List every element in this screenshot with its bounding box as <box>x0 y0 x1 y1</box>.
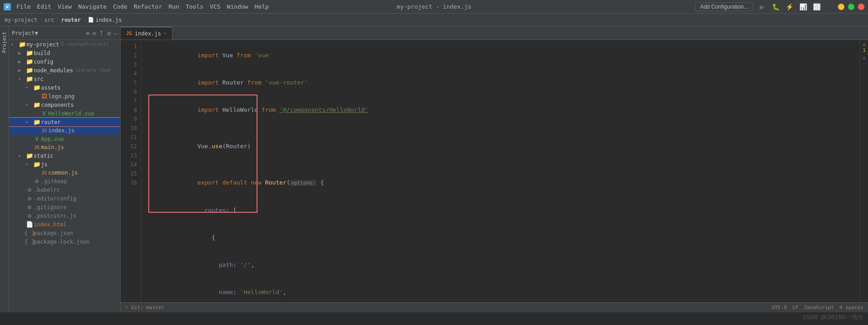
code-text: routes: [ <box>155 197 237 224</box>
code-editor[interactable]: 1 2 3 4 5 6 7 8 9 10 11 12 13 14 15 16 <box>121 40 868 302</box>
tab-close-button[interactable]: × <box>164 31 167 36</box>
arrow-icon: ▾ <box>25 162 33 167</box>
breadcrumb-file[interactable]: index.js <box>96 17 122 23</box>
debug-button[interactable]: 🐛 <box>771 2 781 12</box>
code-line-4 <box>146 124 860 133</box>
tree-node-postcssrc[interactable]: ▶ ⚙ .postcssrc.js <box>9 211 120 220</box>
tree-node-logo[interactable]: ▶ 🖼 logo.png <box>9 92 120 100</box>
menu-edit[interactable]: Edit <box>37 3 51 10</box>
node-label: index.html <box>34 221 66 228</box>
node-label: HelloWorld.vue <box>48 110 94 117</box>
code-text: import Vue from 'vue' <box>155 42 272 69</box>
code-line-9: { <box>146 224 860 251</box>
tree-node-packagelockjson[interactable]: ▶ { } package-lock.json <box>9 237 120 246</box>
tree-toolbar: Project▼ ⊕ ≡ ⤒ ⚙ — <box>9 26 120 40</box>
breadcrumb-project[interactable]: my-project <box>5 17 37 23</box>
node-label: assets <box>41 85 61 91</box>
arrow-icon: ▾ <box>18 76 25 81</box>
node-label: App.vue <box>41 136 64 142</box>
tree-node-gitkeep[interactable]: ▶ ⚙ .gitkeep <box>9 177 120 185</box>
warning-icon: ⚠ <box>863 41 866 47</box>
menu-tools[interactable]: Tools <box>186 3 203 10</box>
arrow-icon: ▾ <box>11 42 18 47</box>
code-content[interactable]: import Vue from 'vue' import Router from… <box>141 40 860 302</box>
tree-node-packagejson[interactable]: ▶ { } package.json <box>9 229 120 237</box>
title-bar-left: W File Edit View Navigate Code Refactor … <box>4 3 269 10</box>
menu-vcs[interactable]: VCS <box>210 3 220 10</box>
node-label: .gitkeep <box>41 178 67 185</box>
scroll-icon[interactable]: ⤒ <box>99 30 104 37</box>
tree-node-node-modules[interactable]: ▶ 📁 node_modules library root <box>9 66 120 75</box>
node-label: components <box>41 102 74 108</box>
fold-button[interactable]: ▾ <box>147 169 155 178</box>
tree-node-commonjs[interactable]: ▶ JS common.js <box>9 169 120 177</box>
tab-label: index.js <box>135 30 161 37</box>
code-text <box>155 124 158 133</box>
layout-button[interactable]: ⬜ <box>812 2 822 12</box>
tree-node-src[interactable]: ▾ 📁 src <box>9 75 120 83</box>
arrow-icon: ▶ <box>18 50 25 55</box>
menu-code[interactable]: Code <box>113 3 127 10</box>
window-controls: Add Configuration... ▶ 🐛 ⚡ 📊 ⬜ <box>695 2 864 12</box>
menu-run[interactable]: Run <box>169 3 179 10</box>
breadcrumb: my-project › src › router › 📄 index.js <box>0 14 868 26</box>
breadcrumb-router[interactable]: router <box>61 17 81 23</box>
tree-node-babelrc[interactable]: ▶ ⚙ .babelrc <box>9 185 120 194</box>
close-tree-icon[interactable]: — <box>114 30 117 37</box>
tree-node-gitignore[interactable]: ▶ ⚙ .gitignore <box>9 203 120 211</box>
arrow-icon: ▶ <box>18 68 25 73</box>
run-button[interactable]: ▶ <box>757 2 767 12</box>
tree-node-mainjs[interactable]: ▶ JS main.js <box>9 143 120 151</box>
node-label: common.js <box>48 170 78 176</box>
folder-icon: 📁 <box>33 84 41 91</box>
code-line-5: Vue.use(Router) <box>146 133 860 160</box>
menu-window[interactable]: Window <box>227 3 248 10</box>
menu-view[interactable]: View <box>58 3 72 10</box>
code-text <box>155 160 158 169</box>
menu-refactor[interactable]: Refactor <box>134 3 162 10</box>
settings-icon[interactable]: ⚙ <box>107 30 111 37</box>
code-text: { <box>155 224 215 251</box>
menu-help[interactable]: Help <box>255 3 269 10</box>
arrow-icon: ▾ <box>25 120 33 125</box>
fold-button[interactable]: ▾ <box>147 197 155 206</box>
tree-node-root[interactable]: ▾ 📁 my-project E:\myVueProject\ <box>9 40 120 49</box>
vue-icon: V <box>33 135 41 142</box>
tree-node-appvue[interactable]: ▶ V App.vue <box>9 135 120 143</box>
status-bar: ⑂ Git: master UTF-8 LF JavaScript 4 spac… <box>121 302 868 312</box>
tree-node-build[interactable]: ▶ 📁 build <box>9 49 120 57</box>
tree-node-editorconfig[interactable]: ▶ ⚙ .editorconfig <box>9 194 120 203</box>
folder-icon: 📁 <box>25 67 34 74</box>
coverage-button[interactable]: 📊 <box>798 2 808 12</box>
collapse-icon[interactable]: ≡ <box>92 30 96 37</box>
profile-button[interactable]: ⚡ <box>784 2 794 12</box>
code-line-8: ▾ routes: [ <box>146 197 860 224</box>
tree-node-static[interactable]: ▾ 📁 static <box>9 151 120 160</box>
tree-node-components[interactable]: ▾ 📁 components <box>9 100 120 109</box>
maximize-button[interactable] <box>848 4 854 10</box>
tree-node-indexjs[interactable]: ▶ JS index.js <box>9 126 120 135</box>
locate-icon[interactable]: ⊕ <box>86 30 89 37</box>
tree-node-config[interactable]: ▶ 📁 config <box>9 57 120 66</box>
encoding-status: UTF-8 <box>772 305 787 310</box>
tree-node-js[interactable]: ▾ 📁 js <box>9 160 120 169</box>
project-tab[interactable]: Project <box>0 28 8 56</box>
menu-file[interactable]: File <box>16 3 30 10</box>
menu-navigate[interactable]: Navigate <box>78 3 107 10</box>
breadcrumb-src[interactable]: src <box>44 17 54 23</box>
tab-indexjs[interactable]: JS index.js × <box>121 27 172 40</box>
tree-title[interactable]: Project▼ <box>12 30 83 36</box>
tree-node-assets[interactable]: ▾ 📁 assets <box>9 83 120 92</box>
right-gutter: ⚠ 1 ▲ <box>860 40 868 302</box>
line-numbers: 1 2 3 4 5 6 7 8 9 10 11 12 13 14 15 16 <box>121 40 141 302</box>
code-line-2: import Router from 'vue-router' <box>146 69 860 96</box>
tree-node-indexhtml[interactable]: ▶ 📄 index.html <box>9 220 120 229</box>
project-path: E:\myVueProject\ <box>61 41 109 47</box>
add-configuration-button[interactable]: Add Configuration... <box>695 2 753 11</box>
project-tree[interactable]: Project▼ ⊕ ≡ ⤒ ⚙ — ▾ 📁 my-project E:\myV… <box>9 26 121 312</box>
code-line-10: path: '/', <box>146 251 860 279</box>
minimize-button[interactable] <box>838 4 844 10</box>
tree-node-helloworld[interactable]: ▶ V HelloWorld.vue <box>9 109 120 118</box>
close-button[interactable] <box>858 4 864 10</box>
tree-node-router[interactable]: ▾ 📁 router <box>9 118 120 126</box>
